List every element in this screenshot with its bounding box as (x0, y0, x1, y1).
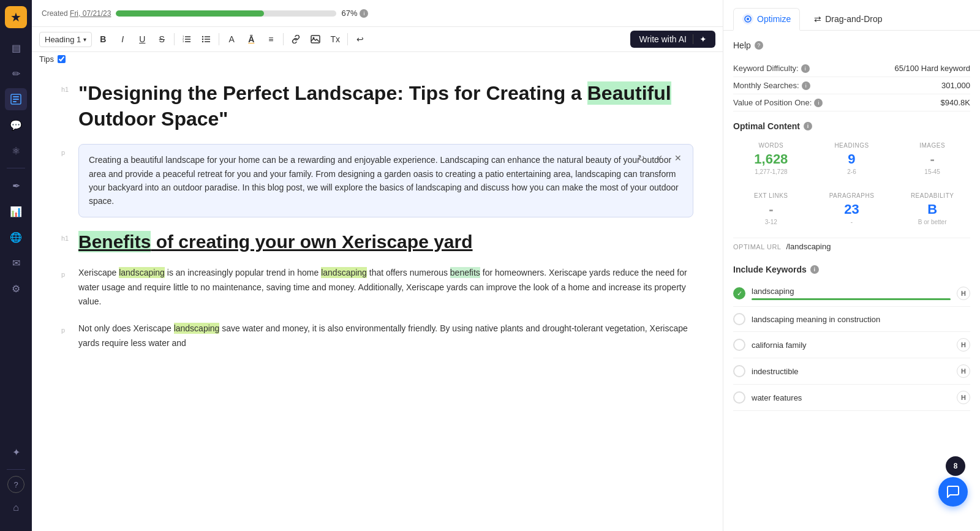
kw-benefits: benefits (450, 267, 480, 278)
keyword-progress-0 (752, 298, 951, 300)
optimal-url-row: OPTIMAL URL /landscaping (733, 238, 970, 255)
keyword-h-badge-2[interactable]: H (957, 338, 970, 352)
optimal-content-title: Optimal Content i (733, 121, 970, 131)
tab-drag-drop[interactable]: ⇄ Drag-and-Drop (805, 9, 891, 29)
editor-area[interactable]: h1 "Designing the Perfect Landscape: Tip… (32, 66, 723, 531)
paragraph-3-text[interactable]: Not only does Xeriscape landscaping save… (78, 322, 693, 351)
bold-button[interactable]: B (94, 31, 111, 48)
svg-rect-1 (13, 96, 19, 97)
sidebar-item-settings2[interactable]: ⚙ (5, 277, 27, 299)
words-value: 1,628 (736, 151, 807, 167)
logo[interactable]: ★ (5, 6, 27, 28)
words-range: 1,277-1,728 (736, 168, 807, 175)
keyword-check-1 (733, 313, 745, 325)
keyword-item-0[interactable]: ✓ landscaping H (733, 281, 970, 307)
value-position-value: $940.8K (941, 98, 970, 107)
chat-button[interactable] (938, 477, 968, 507)
keyword-h-badge-3[interactable]: H (957, 364, 970, 378)
tab-optimize[interactable]: Optimize (733, 8, 800, 31)
progress-info-icon[interactable]: i (360, 9, 368, 18)
top-bar: Created Fri, 07/21/23 67% i (32, 0, 723, 27)
sidebar-item-chat[interactable]: 💬 (5, 114, 27, 136)
keyword-text-0: landscaping (752, 287, 951, 296)
paragraphs-cell: PARAGRAPHS 23 - (814, 187, 890, 230)
sidebar-item-pen[interactable]: ✒ (5, 175, 27, 197)
keyword-text-1: landscaping meaning in construction (752, 315, 970, 324)
readability-value: B (897, 201, 968, 217)
font-color-button[interactable]: A (223, 31, 240, 48)
undo-button[interactable]: ↩ (352, 31, 369, 48)
link-button[interactable] (287, 31, 304, 48)
kd-info-icon[interactable]: i (801, 64, 810, 73)
created-date: Fri, 07/21/23 (70, 9, 111, 18)
right-panel: Optimize ⇄ Drag-and-Drop Help ? Keyword … (723, 0, 980, 531)
help-icon[interactable]: ? (755, 41, 763, 50)
ik-info-icon[interactable]: i (810, 265, 819, 274)
sidebar-item-editor[interactable] (5, 88, 27, 110)
keyword-difficulty-value: 65/100 Hard keyword (894, 64, 970, 73)
svg-rect-2 (13, 99, 19, 100)
font-highlight-button[interactable]: Ā (243, 31, 260, 48)
heading-1-text[interactable]: "Designing the Perfect Landscape: Tips f… (78, 81, 693, 132)
toolbar: Heading 1 ▾ B I U S 123 A Ā ≡ Tx ↩ Write… (32, 27, 723, 52)
readability-cell: READABILITY B B or better (894, 187, 970, 230)
sidebar-item-globe[interactable]: 🌐 (5, 226, 27, 248)
paragraph-1-block: p ↻ ✓ ✕ Creating a beautiful landscape f… (61, 144, 693, 217)
headings-cell: HEADINGS 9 2-6 (814, 137, 890, 180)
keyword-text-4: water features (752, 393, 951, 402)
sidebar-item-home[interactable]: ⌂ (5, 497, 27, 519)
notification-badge[interactable]: 8 (946, 456, 965, 476)
p-tag-label-1: p (61, 149, 74, 156)
sidebar-item-sparkle[interactable]: ✦ (5, 441, 27, 463)
sidebar-divider-2 (7, 469, 25, 470)
drag-drop-icon: ⇄ (814, 14, 821, 24)
unordered-list-button[interactable] (198, 31, 215, 48)
write-ai-button[interactable]: Write with AI ✦ (630, 31, 715, 48)
keyword-h-badge-4[interactable]: H (957, 391, 970, 404)
align-button[interactable]: ≡ (262, 31, 279, 48)
underline-button[interactable]: U (134, 31, 151, 48)
ai-suggestion-box[interactable]: ↻ ✓ ✕ Creating a beautiful landscape for… (78, 144, 693, 217)
ai-reject-button[interactable]: ✕ (671, 151, 685, 165)
optimal-grid-row1: WORDS 1,628 1,277-1,728 HEADINGS 9 2-6 I… (733, 137, 970, 180)
right-panel-tabs: Optimize ⇄ Drag-and-Drop (723, 0, 980, 31)
keyword-h-badge-0[interactable]: H (957, 287, 970, 300)
readability-label: READABILITY (897, 192, 968, 199)
oc-info-icon[interactable]: i (804, 122, 812, 130)
help-row: Help ? (733, 40, 970, 50)
progress-bar-fill (116, 10, 263, 17)
paragraph-2-text[interactable]: Xeriscape landscaping is an increasingly… (78, 266, 693, 309)
heading-select[interactable]: Heading 1 ▾ (39, 32, 92, 47)
keyword-item-1[interactable]: landscaping meaning in construction (733, 307, 970, 332)
italic-button[interactable]: I (114, 31, 131, 48)
keyword-item-2[interactable]: california family H (733, 332, 970, 358)
keyword-item-4[interactable]: water features H (733, 385, 970, 411)
sidebar-item-mail[interactable]: ✉ (5, 252, 27, 274)
sidebar-item-chart[interactable]: 📊 (5, 200, 27, 222)
vp-info-icon[interactable]: i (814, 99, 823, 107)
sidebar-item-help[interactable]: ? (7, 476, 24, 493)
keyword-check-4 (733, 391, 745, 404)
ai-accept-button[interactable]: ✓ (652, 151, 667, 165)
ai-refresh-button[interactable]: ↻ (634, 151, 649, 165)
keyword-item-3[interactable]: indestructible H (733, 358, 970, 385)
images-value: - (897, 151, 968, 167)
ms-info-icon[interactable]: i (802, 81, 810, 90)
text-format-button[interactable]: Tx (326, 31, 344, 48)
main-area: Created Fri, 07/21/23 67% i Heading 1 ▾ … (32, 0, 723, 531)
sidebar-item-edit[interactable]: ✏ (5, 62, 27, 85)
keyword-difficulty-label: Keyword Difficulty: i (733, 64, 894, 73)
heading-2-text[interactable]: Benefits of creating your own Xeriscape … (78, 230, 473, 254)
p-tag-label-2: p (61, 271, 74, 278)
image-button[interactable] (307, 31, 324, 48)
tips-label: Tips (39, 55, 54, 64)
ai-suggestion-text: Creating a beautiful landscape for your … (89, 155, 679, 206)
ordered-list-button[interactable]: 123 (178, 31, 195, 48)
tips-checkbox[interactable] (58, 55, 66, 63)
sidebar-item-atom[interactable]: ⚛ (5, 140, 27, 162)
svg-rect-3 (13, 101, 17, 102)
toolbar-divider-4 (347, 33, 348, 45)
strikethrough-button[interactable]: S (153, 31, 170, 48)
progress-percent: 67% i (341, 9, 368, 18)
sidebar-item-document[interactable]: ▤ (5, 37, 27, 59)
